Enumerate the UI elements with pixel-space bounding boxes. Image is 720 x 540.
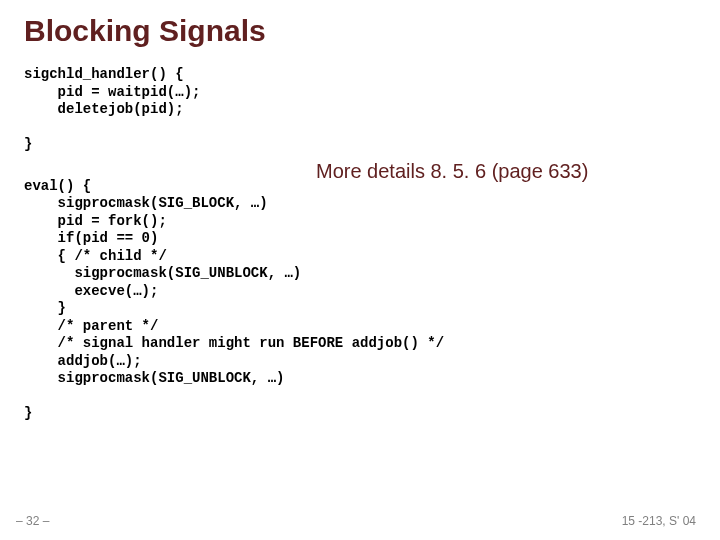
slide: Blocking Signals sigchld_handler() { pid…	[0, 0, 720, 540]
code-block-handler: sigchld_handler() { pid = waitpid(…); de…	[24, 66, 696, 154]
page-title: Blocking Signals	[24, 14, 696, 48]
page-number: – 32 –	[16, 514, 49, 528]
annotation-text: More details 8. 5. 6 (page 633)	[316, 160, 588, 183]
code-block-eval: eval() { sigprocmask(SIG_BLOCK, …) pid =…	[24, 178, 696, 423]
course-label: 15 -213, S' 04	[622, 514, 696, 528]
